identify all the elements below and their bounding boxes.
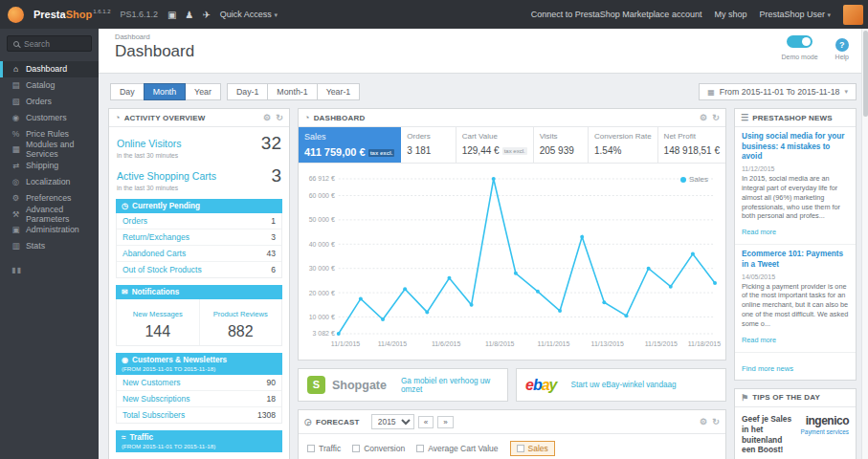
total-subscribers-link[interactable]: Total Subscribers: [122, 410, 185, 420]
news-list: Using social media for your business: 4 …: [735, 127, 856, 353]
forecast-legend-average-cart-value[interactable]: Average Cart Value: [416, 444, 498, 453]
modules-and-services-icon: ▦: [11, 144, 21, 154]
sales-chart-svg[interactable]: 66 912 €60 000 €50 000 €40 000 €30 000 €…: [300, 171, 723, 356]
return-exchanges-value: 3: [271, 232, 276, 242]
kpi-visits[interactable]: Visits205 939: [534, 127, 589, 163]
scrollbar-thumb[interactable]: [863, 31, 868, 117]
forecast-prev-button[interactable]: «: [418, 416, 434, 428]
forecast-legend-label: Average Cart Value: [428, 444, 498, 453]
gear-icon[interactable]: ⚙: [700, 417, 707, 426]
tips-panel: ⚑ TIPS OF THE DAY Geef je Sales in het b…: [734, 388, 857, 459]
page-header: Dashboard Dashboard Demo mode ? Help: [99, 29, 868, 74]
profile-icon[interactable]: ♟: [185, 10, 193, 20]
forecast-legend-label: Conversion: [364, 444, 405, 453]
sidebar-item-modules-and-services[interactable]: ▦Modules and Services: [0, 142, 99, 158]
kpi-orders[interactable]: Orders3 181: [401, 127, 456, 163]
refresh-icon[interactable]: ↻: [276, 113, 283, 122]
sidebar-collapse-button[interactable]: ▮▮: [0, 266, 99, 274]
traffic-icon: ≈: [122, 433, 125, 442]
prestashop-logo-icon[interactable]: [8, 7, 24, 23]
date-toolbar: DayMonthYearDay-1Month-1Year-1 ▦ From 20…: [110, 83, 857, 100]
date-range-picker[interactable]: ▦ From 2015-11-01 To 2015-11-18 ▾: [699, 83, 857, 100]
my-shop-link[interactable]: My shop: [714, 10, 746, 19]
refresh-icon[interactable]: ↻: [712, 113, 720, 122]
sidebar-item-dashboard[interactable]: ⌂Dashboard: [0, 61, 99, 77]
kpi-label: Cart Value: [462, 132, 527, 141]
tax-badge: tax excl.: [368, 149, 395, 157]
tax-badge: tax excl.: [502, 147, 527, 155]
range-button-day[interactable]: Day: [110, 83, 145, 100]
range-button-year-1[interactable]: Year-1: [317, 83, 361, 100]
kpi-value: 129,44 €tax excl.: [462, 145, 527, 156]
new-customers-link[interactable]: New Customers: [122, 378, 180, 387]
gear-icon[interactable]: ⚙: [700, 113, 707, 122]
range-button-year[interactable]: Year: [185, 83, 221, 100]
sidebar-item-localization[interactable]: ◎Localization: [0, 174, 99, 190]
sidebar-item-administration[interactable]: ▣Administration: [0, 222, 99, 238]
help-icon[interactable]: ?: [835, 38, 849, 52]
promo-row: S Shopgate Ga mobiel en verhoog uw omzet…: [298, 368, 726, 402]
forecast-year-select[interactable]: 2015: [371, 414, 414, 429]
shopgate-link[interactable]: Ga mobiel en verhoog uw omzet: [401, 377, 499, 394]
sidebar-item-advanced-parameters[interactable]: ⚒Advanced Parameters: [0, 206, 99, 222]
news-item: Using social media for your business: 4 …: [735, 127, 856, 245]
active-carts-stat: Active Shopping Carts in the last 30 min…: [109, 160, 289, 192]
product-reviews-link[interactable]: Product Reviews: [213, 310, 268, 318]
abandoned-carts-link[interactable]: Abandoned Carts: [122, 249, 186, 258]
kpi-value: 1.54%: [594, 145, 652, 156]
sidebar-item-catalog[interactable]: ▤Catalog: [0, 77, 99, 94]
forecast-legend-sales[interactable]: Sales: [510, 441, 555, 456]
forecast-legend-conversion[interactable]: Conversion: [352, 444, 405, 453]
range-button-month-1[interactable]: Month-1: [267, 83, 317, 100]
sidebar-item-orders[interactable]: ▧Orders: [0, 94, 99, 110]
cart-icon[interactable]: ▣: [167, 10, 176, 20]
forecast-legend-traffic[interactable]: Traffic: [307, 444, 341, 453]
kpi-conversion-rate[interactable]: Conversion Rate1.54%: [589, 127, 658, 163]
read-more-link[interactable]: Read more: [742, 228, 776, 236]
connect-marketplace-link[interactable]: Connect to PrestaShop Marketplace accoun…: [531, 10, 702, 19]
svg-text:20 000 €: 20 000 €: [309, 290, 335, 296]
send-icon[interactable]: ✈: [202, 10, 210, 20]
news-item-body: Picking a payment provider is one of the…: [742, 282, 849, 329]
return-exchanges-link[interactable]: Return/Exchanges: [122, 232, 189, 242]
price-rules-icon: %: [11, 129, 21, 139]
active-carts-link[interactable]: Active Shopping Carts: [117, 170, 216, 182]
main-content: Dashboard Dashboard Demo mode ? Help Day…: [99, 29, 868, 459]
forecast-legend-label: Sales: [528, 444, 548, 453]
user-menu[interactable]: PrestaShop User ▾: [759, 10, 831, 19]
ebay-link[interactable]: Start uw eBay-winkel vandaag: [571, 381, 677, 389]
refresh-icon[interactable]: ↻: [712, 417, 720, 426]
read-more-link[interactable]: Read more: [742, 336, 776, 344]
news-item-title-link[interactable]: Using social media for your business: 4 …: [742, 132, 849, 163]
kpi-sales[interactable]: Sales411 759,00 €tax excl.: [299, 127, 401, 163]
out-of-stock-products-link[interactable]: Out of Stock Products: [122, 265, 202, 274]
sidebar-item-customers[interactable]: ◉Customers: [0, 109, 99, 125]
online-visitors-link[interactable]: Online Visitors: [117, 138, 182, 149]
quick-access-menu[interactable]: Quick Access ▾: [220, 10, 278, 19]
sidebar-menu: ⌂Dashboard▤Catalog▧Orders◉Customers%Pric…: [0, 61, 99, 254]
advanced-parameters-icon: ⚒: [11, 209, 21, 219]
brand-home-link[interactable]: PrestaShop1.6.1.2: [33, 9, 111, 20]
sidebar-item-shipping[interactable]: ⇄Shipping: [0, 158, 99, 174]
kpi-net-profit[interactable]: Net Profit148 918,51 €: [658, 127, 725, 163]
chart-legend[interactable]: Sales: [680, 175, 708, 184]
new-subscriptions-link[interactable]: New Subscriptions: [122, 394, 189, 404]
user-avatar[interactable]: [843, 5, 863, 25]
gear-icon[interactable]: ⚙: [263, 113, 271, 122]
range-button-day-1[interactable]: Day-1: [227, 83, 268, 100]
checkbox-icon: [352, 445, 360, 452]
kpi-value: 148 918,51 €: [664, 145, 720, 156]
find-more-news-link[interactable]: Find more news: [742, 364, 793, 373]
new-messages-link[interactable]: New Messages: [133, 310, 183, 318]
scrollbar[interactable]: [861, 29, 868, 459]
range-button-month[interactable]: Month: [144, 83, 186, 100]
news-item-title-link[interactable]: Ecommerce 101: Payments in a Tweet: [742, 250, 849, 270]
kpi-cart-value[interactable]: Cart Value129,44 €tax excl.: [456, 127, 534, 163]
news-icon: ☰: [741, 113, 748, 122]
sidebar-search-input[interactable]: Search: [7, 35, 92, 52]
forecast-next-button[interactable]: »: [437, 416, 453, 428]
news-title: PRESTASHOP NEWS: [752, 114, 850, 122]
demo-mode-toggle[interactable]: [787, 35, 812, 48]
sidebar-item-stats[interactable]: ▥Stats: [0, 238, 99, 254]
orders-link[interactable]: Orders: [122, 216, 147, 226]
